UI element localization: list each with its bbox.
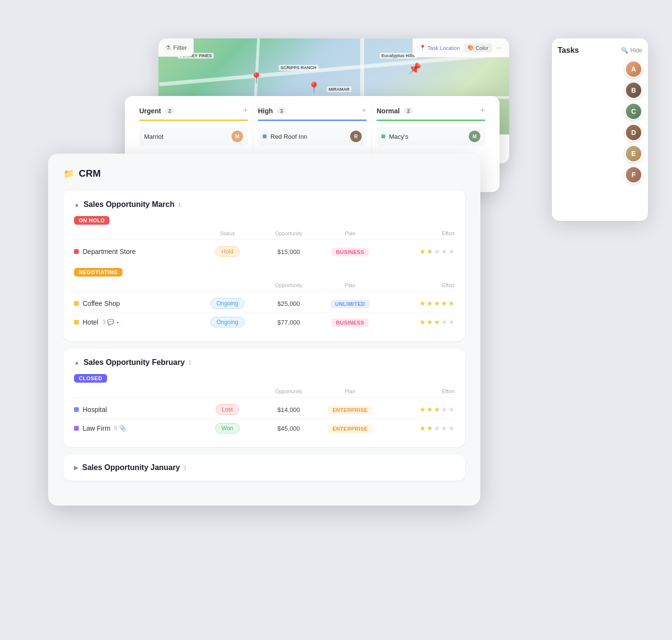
table-row[interactable]: Hotel 3 💬 ● Ongoing $77,000 BUSINESS <box>74 313 454 331</box>
card-avatar: M <box>469 131 480 142</box>
row-dot <box>74 320 79 325</box>
col-effort-header: Effort <box>381 388 454 394</box>
section-closed: CLOSED Opportunity Plan Effort Hospital … <box>74 374 454 437</box>
stars: ★ ★ ★ ★ ★ <box>419 424 454 433</box>
star: ★ <box>434 299 440 308</box>
col-opportunity-header: Opportunity <box>258 230 319 236</box>
status-pill: Ongoing <box>210 298 244 309</box>
card-title: Marriot <box>144 133 228 140</box>
star: ★ <box>448 247 454 256</box>
kanban-column-header: Normal 2 + <box>377 106 485 121</box>
info-icon[interactable]: ℹ <box>189 359 191 366</box>
avatar-list: A B C D E F <box>558 60 642 183</box>
stars: ★ ★ ★ ★ ★ <box>419 247 454 256</box>
group-march: ▲ Sales Opportunity March ℹ ON HOLD Stat… <box>63 191 465 341</box>
avatar[interactable]: D <box>625 124 642 141</box>
section-onhold: ON HOLD Status Opportunity Plan Effort D… <box>74 216 454 261</box>
group-toggle-button[interactable]: ▲ <box>74 359 80 366</box>
map-area-label: Eucalyptus Hills <box>379 53 417 59</box>
col-plan-header: Plan <box>319 388 381 394</box>
star: ★ <box>448 424 454 433</box>
status-badge-negotiating: NEGOTIATING <box>74 268 122 277</box>
row-effort: ★ ★ ★ ★ ★ <box>381 299 454 308</box>
section-negotiating: NEGOTIATING Opportunity Plan Effort Coff… <box>74 267 454 331</box>
row-name: Department Store <box>74 248 196 255</box>
add-card-button[interactable]: + <box>361 106 367 116</box>
group-header: ▲ Sales Opportunity February ℹ <box>74 358 454 367</box>
row-plan: ENTERPRISE <box>319 405 381 414</box>
map-pin[interactable]: 📍 <box>307 82 320 94</box>
star: ★ <box>419 299 426 308</box>
column-count: 3 <box>277 108 286 114</box>
column-title: Normal <box>377 107 400 115</box>
tasks-title: Tasks <box>558 46 579 55</box>
plan-pill: UNLIMITED <box>330 300 370 308</box>
table-row[interactable]: Department Store Hold $15,000 BUSINESS ★… <box>74 242 454 261</box>
filter-bar[interactable]: ⚗ Filter <box>159 38 194 57</box>
group-collapsed-header[interactable]: ▶ Sales Opportunity January ℹ <box>74 463 454 472</box>
card-title: Macy's <box>389 133 465 140</box>
avatar[interactable]: C <box>625 103 642 120</box>
avatar[interactable]: F <box>625 166 642 183</box>
filter-icon: ⚗ <box>165 44 171 51</box>
kanban-card[interactable]: Red Roof Inn R <box>258 127 367 146</box>
kanban-column-header: Urgent 2 + <box>139 106 248 121</box>
location-icon: 📍 <box>419 45 426 51</box>
table-row[interactable]: Coffee Shop Ongoing $25,000 UNLIMITED ★ … <box>74 294 454 313</box>
table-row[interactable]: Hospital Lost $14,000 ENTERPRISE ★ ★ ★ ★… <box>74 400 454 419</box>
crm-panel: 📁 CRM ▲ Sales Opportunity March ℹ ON HOL… <box>48 154 480 506</box>
star: ★ <box>434 405 440 414</box>
add-card-button[interactable]: + <box>480 106 485 116</box>
avatar[interactable]: B <box>625 82 642 99</box>
row-status: Ongoing <box>196 317 258 327</box>
kanban-column-header: High 3 + <box>258 106 367 121</box>
status-badge-onhold: ON HOLD <box>74 216 110 225</box>
star: ★ <box>419 318 426 326</box>
row-effort: ★ ★ ★ ★ ★ <box>381 318 454 326</box>
col-status-header: Status <box>196 230 258 236</box>
row-plan: BUSINESS <box>319 318 381 327</box>
status-pill: Won <box>215 423 239 434</box>
col-effort-header: Effort <box>381 230 454 236</box>
plan-pill: ENTERPRISE <box>328 424 372 433</box>
row-status: Won <box>196 423 258 434</box>
status-pill: Ongoing <box>210 317 244 327</box>
card-indicator <box>381 134 385 138</box>
map-pin[interactable]: 📌 <box>408 62 421 75</box>
avatar[interactable]: E <box>625 145 642 162</box>
star: ★ <box>434 424 440 433</box>
row-opportunity: $77,000 <box>258 319 319 326</box>
card-title: Red Roof Inn <box>270 133 346 140</box>
group-toggle-button[interactable]: ▶ <box>74 464 78 471</box>
add-card-button[interactable]: + <box>243 106 248 116</box>
info-icon[interactable]: ℹ <box>184 464 186 471</box>
row-effort: ★ ★ ★ ★ ★ <box>381 424 454 433</box>
row-effort: ★ ★ ★ ★ ★ <box>381 247 454 256</box>
kanban-card[interactable]: Marriot M <box>139 127 248 146</box>
row-plan: BUSINESS <box>319 247 381 256</box>
table-row[interactable]: Law Firm 5 📎 Won $45,000 ENTERPRISE ★ <box>74 419 454 437</box>
avatar[interactable]: A <box>625 60 642 78</box>
search-icon: 🔍 <box>621 47 628 54</box>
group-toggle-button[interactable]: ▲ <box>74 201 80 208</box>
map-pin[interactable]: 📍 <box>250 72 263 85</box>
row-dot <box>74 301 79 306</box>
col-effort-header: Effort <box>381 282 454 288</box>
row-dot <box>74 407 79 412</box>
color-button[interactable]: 🎨 Color <box>464 43 492 52</box>
table-header: Opportunity Plan Effort <box>74 280 454 291</box>
star: ★ <box>427 247 433 256</box>
col-plan-header: Plan <box>319 282 381 288</box>
info-icon[interactable]: ℹ <box>178 201 181 208</box>
row-name: Law Firm 5 📎 <box>74 424 196 432</box>
kanban-card[interactable]: Macy's M <box>377 127 485 146</box>
tasks-hide-button[interactable]: 🔍 Hide <box>621 47 642 54</box>
star: ★ <box>427 299 433 308</box>
color-icon: 🎨 <box>467 45 474 51</box>
more-options-button[interactable]: ··· <box>496 44 502 52</box>
map-area-label: MIRAMAR <box>327 86 352 92</box>
task-location-button[interactable]: 📍 Task Location <box>419 45 460 51</box>
filter-label: Filter <box>173 44 187 51</box>
paperclip-icon: 📎 <box>119 425 126 432</box>
table-header: Opportunity Plan Effort <box>74 386 454 398</box>
